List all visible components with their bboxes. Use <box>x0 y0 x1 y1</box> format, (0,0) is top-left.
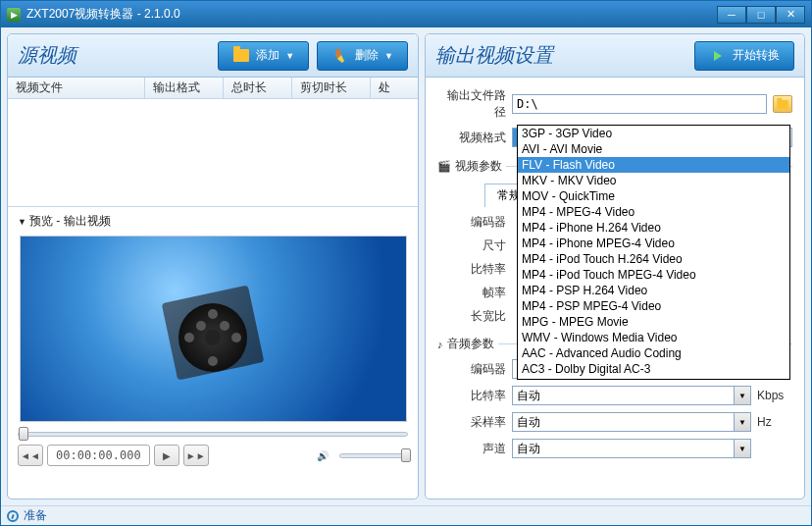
preview-toggle[interactable]: ▼ 预览 - 输出视频 <box>18 213 408 230</box>
col-format[interactable]: 输出格式 <box>145 78 224 98</box>
format-label: 视频格式 <box>437 130 506 146</box>
encoder-label: 编码器 <box>437 214 506 231</box>
maximize-button[interactable]: □ <box>746 6 776 24</box>
chevron-down-icon: ▼ <box>384 51 393 61</box>
format-option[interactable]: MP4 - iPhone H.264 Video <box>518 220 789 236</box>
chevron-down-icon: ▼ <box>285 51 294 61</box>
chevron-down-icon: ▼ <box>18 217 26 227</box>
chevron-down-icon: ▼ <box>734 440 750 457</box>
folder-icon <box>232 47 250 65</box>
table-header: 视频文件 输出格式 总时长 剪切时长 处 <box>8 78 418 99</box>
volume-icon[interactable]: 🔊 <box>310 445 335 466</box>
folder-icon <box>777 99 787 108</box>
music-icon: ♪ <box>437 339 443 350</box>
source-panel: 源视频 添加 ▼ 删除 ▼ 视频文件 输出格式 总时长 剪切时长 <box>7 33 419 500</box>
start-label: 开始转换 <box>733 47 780 64</box>
fps-label: 帧率 <box>437 285 506 301</box>
a-sample-select[interactable]: 自动▼ <box>512 412 751 432</box>
close-button[interactable]: ✕ <box>776 6 805 24</box>
time-display: 00:00:00.000 <box>47 445 150 466</box>
add-button[interactable]: 添加 ▼ <box>218 41 309 71</box>
col-cut[interactable]: 剪切时长 <box>292 78 371 98</box>
preview-image <box>20 236 407 422</box>
a-bitrate-label: 比特率 <box>437 388 506 404</box>
format-option[interactable]: MP4 - PSP MPEG-4 Video <box>518 298 789 314</box>
app-icon: ▶ <box>7 8 21 22</box>
minimize-button[interactable]: ─ <box>717 6 746 24</box>
format-option[interactable]: MP4 - iPhone MPEG-4 Video <box>518 236 789 251</box>
format-option[interactable]: 3GP - 3GP Video <box>518 126 789 141</box>
output-panel: 输出视频设置 开始转换 输出文件路径 视频格式 FLV - F <box>425 33 805 500</box>
outpath-label: 输出文件路径 <box>437 87 506 121</box>
vbitrate-label: 比特率 <box>437 261 506 278</box>
format-option[interactable]: WMV - Windows Media Video <box>518 330 789 345</box>
col-file[interactable]: 视频文件 <box>8 78 145 98</box>
status-icon <box>7 510 19 522</box>
play-icon <box>709 47 727 65</box>
next-button[interactable]: ►► <box>183 445 209 466</box>
volume-thumb[interactable] <box>401 448 411 462</box>
video-icon: 🎬 <box>437 160 451 173</box>
format-option[interactable]: MP4 - PSP H.264 Video <box>518 283 789 298</box>
video-params-label: 视频参数 <box>455 158 502 175</box>
window-title: ZXT2007视频转换器 - 2.1.0.0 <box>26 6 717 23</box>
format-option[interactable]: AAC - Advanced Audio Coding <box>518 345 789 361</box>
delete-label: 删除 <box>355 47 379 64</box>
format-option[interactable]: MPG - MPEG Movie <box>518 314 789 330</box>
format-option[interactable]: FLV - Flash Video <box>518 157 789 173</box>
chevron-down-icon: ▼ <box>734 387 750 404</box>
seek-thumb[interactable] <box>19 427 28 441</box>
a-channel-select[interactable]: 自动▼ <box>512 439 751 458</box>
kbps-label: Kbps <box>757 389 792 402</box>
format-option[interactable]: MP3 - MPEG Layer-3 Audio <box>518 377 789 380</box>
a-sample-label: 采样率 <box>437 414 506 431</box>
a-channel-label: 声道 <box>437 441 506 457</box>
play-button[interactable]: ▶ <box>154 445 179 466</box>
start-button[interactable]: 开始转换 <box>694 41 794 71</box>
size-label: 尺寸 <box>437 237 506 254</box>
format-option[interactable]: MKV - MKV Video <box>518 173 789 188</box>
format-option[interactable]: MP4 - iPod Touch MPEG-4 Video <box>518 267 789 283</box>
table-body[interactable] <box>8 99 418 207</box>
output-title: 输出视频设置 <box>435 42 686 69</box>
a-encoder-label: 编码器 <box>437 361 506 378</box>
volume-slider[interactable] <box>339 453 408 458</box>
source-title: 源视频 <box>18 42 210 69</box>
add-label: 添加 <box>256 47 279 64</box>
preview-label: 预览 - 输出视频 <box>29 213 111 230</box>
seek-slider[interactable] <box>18 432 408 437</box>
format-option[interactable]: MP4 - MPEG-4 Video <box>518 204 789 220</box>
a-bitrate-select[interactable]: 自动▼ <box>512 386 751 405</box>
hz-label: Hz <box>757 415 792 429</box>
titlebar[interactable]: ▶ ZXT2007视频转换器 - 2.1.0.0 ─ □ ✕ <box>1 1 811 27</box>
status-text: 准备 <box>24 507 47 524</box>
format-option[interactable]: MOV - QuickTime <box>518 188 789 204</box>
statusbar: 准备 <box>1 505 811 525</box>
format-option[interactable]: MP4 - iPod Touch H.264 Video <box>518 251 789 267</box>
col-duration[interactable]: 总时长 <box>224 78 292 98</box>
outpath-input[interactable] <box>512 94 767 114</box>
col-process[interactable]: 处 <box>371 78 418 98</box>
format-option[interactable]: AC3 - Dolby Digital AC-3 <box>518 361 789 377</box>
prev-button[interactable]: ◄◄ <box>18 445 43 466</box>
format-dropdown[interactable]: 3GP - 3GP VideoAVI - AVI MovieFLV - Flas… <box>517 125 790 380</box>
chevron-down-icon: ▼ <box>734 413 750 431</box>
delete-button[interactable]: 删除 ▼ <box>317 41 408 71</box>
brush-icon <box>331 47 349 65</box>
browse-button[interactable] <box>773 95 792 113</box>
audio-params-label: 音频参数 <box>447 336 494 352</box>
format-option[interactable]: AVI - AVI Movie <box>518 141 789 157</box>
aspect-label: 长宽比 <box>437 308 506 325</box>
